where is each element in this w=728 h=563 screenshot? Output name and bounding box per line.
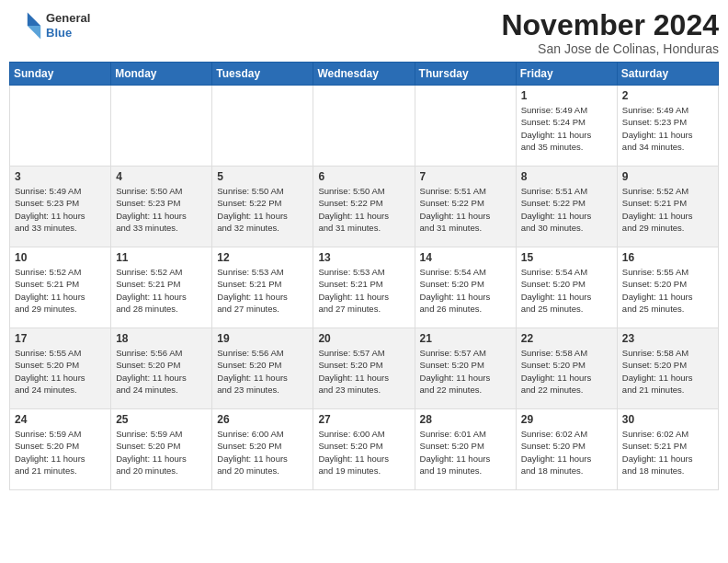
header: General Blue November 2024 San Jose de C… [9, 9, 719, 56]
calendar-cell: 8Sunrise: 5:51 AMSunset: 5:22 PMDaylight… [516, 167, 617, 247]
day-info: Sunrise: 5:59 AMSunset: 5:20 PMDaylight:… [15, 428, 106, 477]
weekday-header: Saturday [617, 63, 718, 86]
day-info: Sunrise: 5:59 AMSunset: 5:20 PMDaylight:… [116, 428, 207, 477]
day-number: 1 [521, 89, 612, 102]
calendar-cell: 1Sunrise: 5:49 AMSunset: 5:24 PMDaylight… [516, 86, 617, 167]
title-area: November 2024 San Jose de Colinas, Hondu… [501, 9, 719, 56]
logo-general: General [46, 11, 90, 26]
day-info: Sunrise: 5:57 AMSunset: 5:20 PMDaylight:… [318, 347, 409, 396]
calendar-cell: 4Sunrise: 5:50 AMSunset: 5:23 PMDaylight… [111, 167, 212, 247]
day-info: Sunrise: 5:53 AMSunset: 5:21 PMDaylight:… [217, 266, 308, 315]
calendar-header-row: SundayMondayTuesdayWednesdayThursdayFrid… [10, 63, 719, 86]
day-number: 22 [521, 332, 612, 345]
day-info: Sunrise: 5:51 AMSunset: 5:22 PMDaylight:… [521, 185, 612, 234]
day-number: 28 [420, 413, 511, 426]
day-info: Sunrise: 5:51 AMSunset: 5:22 PMDaylight:… [420, 185, 511, 234]
calendar-cell [10, 86, 111, 167]
calendar-cell: 3Sunrise: 5:49 AMSunset: 5:23 PMDaylight… [10, 167, 111, 247]
month-title: November 2024 [501, 9, 719, 41]
page: General Blue November 2024 San Jose de C… [0, 0, 728, 563]
weekday-header: Friday [516, 63, 617, 86]
day-number: 29 [521, 413, 612, 426]
logo-blue: Blue [46, 26, 90, 40]
svg-marker-0 [28, 13, 40, 26]
calendar-cell: 20Sunrise: 5:57 AMSunset: 5:20 PMDayligh… [313, 328, 415, 409]
day-number: 3 [15, 170, 106, 183]
day-info: Sunrise: 5:54 AMSunset: 5:20 PMDaylight:… [521, 266, 612, 315]
day-number: 17 [15, 332, 106, 345]
day-number: 19 [217, 332, 308, 345]
day-number: 13 [318, 251, 409, 264]
calendar-row: 1Sunrise: 5:49 AMSunset: 5:24 PMDaylight… [10, 86, 719, 167]
day-info: Sunrise: 5:54 AMSunset: 5:20 PMDaylight:… [420, 266, 511, 315]
day-info: Sunrise: 5:49 AMSunset: 5:24 PMDaylight:… [521, 104, 612, 153]
calendar-cell: 27Sunrise: 6:00 AMSunset: 5:20 PMDayligh… [313, 409, 415, 490]
weekday-header: Monday [111, 63, 212, 86]
day-number: 24 [15, 413, 106, 426]
day-number: 7 [420, 170, 511, 183]
calendar-cell: 23Sunrise: 5:58 AMSunset: 5:20 PMDayligh… [617, 328, 718, 409]
calendar-row: 24Sunrise: 5:59 AMSunset: 5:20 PMDayligh… [10, 409, 719, 490]
calendar-cell: 11Sunrise: 5:52 AMSunset: 5:21 PMDayligh… [111, 247, 212, 328]
day-info: Sunrise: 5:53 AMSunset: 5:21 PMDaylight:… [318, 266, 409, 315]
calendar-cell [111, 86, 212, 167]
calendar-cell: 17Sunrise: 5:55 AMSunset: 5:20 PMDayligh… [10, 328, 111, 409]
calendar-cell: 21Sunrise: 5:57 AMSunset: 5:20 PMDayligh… [415, 328, 516, 409]
day-info: Sunrise: 5:58 AMSunset: 5:20 PMDaylight:… [622, 347, 713, 396]
day-info: Sunrise: 5:49 AMSunset: 5:23 PMDaylight:… [15, 185, 106, 234]
calendar-cell: 28Sunrise: 6:01 AMSunset: 5:20 PMDayligh… [415, 409, 516, 490]
day-number: 2 [622, 89, 713, 102]
calendar-row: 17Sunrise: 5:55 AMSunset: 5:20 PMDayligh… [10, 328, 719, 409]
calendar-cell: 16Sunrise: 5:55 AMSunset: 5:20 PMDayligh… [617, 247, 718, 328]
day-info: Sunrise: 5:55 AMSunset: 5:20 PMDaylight:… [15, 347, 106, 396]
day-number: 8 [521, 170, 612, 183]
day-number: 26 [217, 413, 308, 426]
calendar-cell: 12Sunrise: 5:53 AMSunset: 5:21 PMDayligh… [212, 247, 313, 328]
weekday-header: Sunday [10, 63, 111, 86]
day-number: 15 [521, 251, 612, 264]
day-info: Sunrise: 6:00 AMSunset: 5:20 PMDaylight:… [217, 428, 308, 477]
day-number: 23 [622, 332, 713, 345]
day-info: Sunrise: 5:50 AMSunset: 5:22 PMDaylight:… [217, 185, 308, 234]
logo-icon [9, 9, 42, 42]
calendar-cell: 15Sunrise: 5:54 AMSunset: 5:20 PMDayligh… [516, 247, 617, 328]
day-info: Sunrise: 5:50 AMSunset: 5:23 PMDaylight:… [116, 185, 207, 234]
day-number: 21 [420, 332, 511, 345]
day-info: Sunrise: 5:56 AMSunset: 5:20 PMDaylight:… [217, 347, 308, 396]
svg-marker-1 [28, 26, 40, 39]
day-info: Sunrise: 5:55 AMSunset: 5:20 PMDaylight:… [622, 266, 713, 315]
calendar-cell: 25Sunrise: 5:59 AMSunset: 5:20 PMDayligh… [111, 409, 212, 490]
location: San Jose de Colinas, Honduras [501, 41, 719, 56]
day-number: 14 [420, 251, 511, 264]
day-number: 20 [318, 332, 409, 345]
calendar-cell: 14Sunrise: 5:54 AMSunset: 5:20 PMDayligh… [415, 247, 516, 328]
day-number: 12 [217, 251, 308, 264]
calendar-cell: 24Sunrise: 5:59 AMSunset: 5:20 PMDayligh… [10, 409, 111, 490]
day-info: Sunrise: 6:01 AMSunset: 5:20 PMDaylight:… [420, 428, 511, 477]
calendar-cell: 19Sunrise: 5:56 AMSunset: 5:20 PMDayligh… [212, 328, 313, 409]
day-info: Sunrise: 5:52 AMSunset: 5:21 PMDaylight:… [15, 266, 106, 315]
weekday-header: Wednesday [313, 63, 415, 86]
day-info: Sunrise: 6:00 AMSunset: 5:20 PMDaylight:… [318, 428, 409, 477]
day-number: 25 [116, 413, 207, 426]
day-info: Sunrise: 5:57 AMSunset: 5:20 PMDaylight:… [420, 347, 511, 396]
calendar-cell: 5Sunrise: 5:50 AMSunset: 5:22 PMDaylight… [212, 167, 313, 247]
day-info: Sunrise: 5:56 AMSunset: 5:20 PMDaylight:… [116, 347, 207, 396]
day-info: Sunrise: 5:49 AMSunset: 5:23 PMDaylight:… [622, 104, 713, 153]
calendar-cell: 2Sunrise: 5:49 AMSunset: 5:23 PMDaylight… [617, 86, 718, 167]
day-info: Sunrise: 5:52 AMSunset: 5:21 PMDaylight:… [622, 185, 713, 234]
calendar-cell: 13Sunrise: 5:53 AMSunset: 5:21 PMDayligh… [313, 247, 415, 328]
calendar-cell: 6Sunrise: 5:50 AMSunset: 5:22 PMDaylight… [313, 167, 415, 247]
calendar-cell: 7Sunrise: 5:51 AMSunset: 5:22 PMDaylight… [415, 167, 516, 247]
day-number: 16 [622, 251, 713, 264]
calendar-cell: 26Sunrise: 6:00 AMSunset: 5:20 PMDayligh… [212, 409, 313, 490]
day-number: 11 [116, 251, 207, 264]
weekday-header: Tuesday [212, 63, 313, 86]
day-number: 30 [622, 413, 713, 426]
calendar-cell: 9Sunrise: 5:52 AMSunset: 5:21 PMDaylight… [617, 167, 718, 247]
day-number: 27 [318, 413, 409, 426]
day-info: Sunrise: 6:02 AMSunset: 5:21 PMDaylight:… [622, 428, 713, 477]
day-number: 10 [15, 251, 106, 264]
calendar-row: 3Sunrise: 5:49 AMSunset: 5:23 PMDaylight… [10, 167, 719, 247]
day-info: Sunrise: 5:52 AMSunset: 5:21 PMDaylight:… [116, 266, 207, 315]
